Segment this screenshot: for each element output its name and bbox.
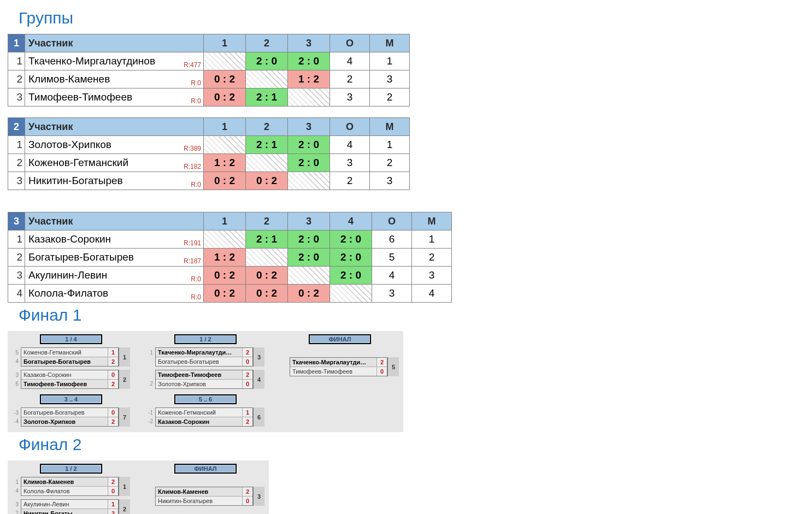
round-label: 1 / 2 (40, 464, 102, 474)
cell-score: 1 : 2 (288, 70, 330, 88)
player-name: Тимофеев-Тимофеев (290, 367, 376, 376)
rating: R:389 (184, 145, 201, 152)
cell-score: 2 : 1 (246, 88, 288, 107)
match: 14Климов-Каменев2Колола-Филатов01 (12, 477, 130, 496)
participant-name: Климов-КаменевR:0 (25, 70, 204, 88)
section-final1-title: Финал 1 (19, 306, 801, 324)
cell-score: 0 : 2 (204, 88, 246, 107)
player-score: 2 (242, 417, 252, 426)
match-number: 4 (253, 370, 264, 389)
player-name: Ткаченко-Миргалаутди… (290, 358, 376, 367)
cell-score: 0 : 2 (246, 267, 288, 285)
player-name: Богатырев-Богатырев (21, 357, 108, 366)
bracket-final2: 1 / 214Климов-Каменев2Колола-Филатов0132… (8, 460, 269, 514)
cell-diag (204, 52, 246, 70)
participant-name: Казаков-СорокинR:191 (25, 231, 204, 249)
table-row: 3Никитин-БогатыревR:00 : 20 : 223 (8, 172, 410, 190)
row-index: 1 (8, 52, 25, 70)
player-name: Казаков-Сорокин (156, 417, 242, 426)
rating: R:182 (184, 163, 201, 170)
match: Климов-Каменев2Никитин-Богатырев03 (146, 487, 264, 506)
cell-diag (288, 267, 330, 285)
seed: -2 (146, 417, 154, 426)
table-row: 2Коженов-ГетманскийR:1821 : 22 : 032 (8, 154, 410, 172)
match: -3-4Богатырев-Богатырев0Золотов-Хрипков2… (12, 407, 130, 427)
col-participant: Участник (25, 34, 204, 52)
table-row: 1Казаков-СорокинR:1912 : 12 : 02 : 061 (8, 231, 452, 249)
match: 2Тимофеев-Тимофеев2Золотов-Хрипков04 (146, 370, 264, 389)
group-number: 3 (8, 212, 25, 231)
group-number: 2 (8, 118, 25, 136)
seed: 1 (146, 348, 154, 357)
seed (146, 497, 154, 505)
match-number: 2 (119, 499, 130, 514)
player-name: Золотов-Хрипков (156, 380, 242, 388)
seed: 2 (12, 509, 20, 515)
place-m: 1 (370, 52, 410, 70)
place-m: 1 (370, 136, 410, 154)
player-name: Богатырев-Богатырев (156, 357, 242, 366)
match: -1-2Коженов-Гетманский1Казаков-Сорокин26 (146, 407, 264, 427)
cell-score: 2 : 1 (246, 231, 288, 249)
points-o: 6 (372, 231, 412, 249)
points-o: 5 (372, 249, 412, 267)
player-name: Климов-Каменев (21, 477, 108, 486)
col-1: 1 (204, 118, 246, 136)
bracket-final1: 1 / 454Коженов-Гетманский1Богатырев-Бога… (8, 331, 403, 432)
round-label: 1 / 4 (40, 334, 102, 344)
seed: -4 (12, 417, 20, 426)
col-3: 3 (288, 34, 330, 52)
cell-score: 1 : 2 (204, 154, 246, 172)
col-1: 1 (204, 34, 246, 52)
match: 32Акулинин-Левин1Никитин-Богаты…22 (12, 499, 130, 514)
player-score: 2 (242, 348, 252, 357)
player-name: Богатырев-Богатырев (21, 408, 108, 417)
player-score: 2 (108, 380, 118, 388)
col-o: О (372, 212, 412, 231)
cell-score: 2 : 1 (246, 136, 288, 154)
seed: 6 (12, 380, 20, 388)
match: 36Казаков-Сорокин0Тимофеев-Тимофеев22 (12, 370, 130, 389)
player-score: 2 (376, 358, 387, 367)
place-m: 2 (412, 249, 452, 267)
participant-name: Колола-ФилатовR:0 (25, 285, 204, 303)
cell-score: 1 : 2 (204, 249, 246, 267)
rating: R:191 (184, 239, 201, 247)
round-label: 1 / 2 (174, 334, 237, 344)
rating: R:0 (191, 79, 201, 87)
participant-name: Золотов-ХрипковR:389 (25, 136, 204, 154)
cell-score: 0 : 2 (204, 267, 246, 285)
round-label: ФИНАЛ (309, 334, 371, 344)
table-row: 1Ткаченко-МиргалаутдиновR:4772 : 02 : 04… (8, 52, 410, 70)
rating: R:0 (191, 181, 201, 188)
place-m: 4 (412, 285, 452, 303)
match-number: 3 (253, 347, 264, 367)
seed (281, 367, 289, 376)
cell-score: 0 : 2 (204, 172, 246, 190)
match-number: 7 (119, 407, 130, 427)
round-label: ФИНАЛ (174, 464, 237, 474)
player-name: Коженов-Гетманский (21, 348, 108, 357)
points-o: 4 (372, 267, 412, 285)
seed: 4 (12, 357, 20, 366)
player-name: Коженов-Гетманский (156, 408, 242, 417)
round-label: 3 .. 4 (40, 394, 102, 404)
player-score: 2 (242, 487, 252, 496)
player-score: 0 (242, 497, 252, 505)
player-name: Казаков-Сорокин (21, 370, 108, 379)
col-3: 3 (288, 118, 330, 136)
col-1: 1 (204, 212, 246, 231)
cell-score: 0 : 2 (246, 285, 288, 303)
table-row: 2Климов-КаменевR:00 : 21 : 223 (8, 70, 410, 88)
player-name: Ткаченко-Миргалаутди… (156, 348, 242, 357)
col-o: О (330, 34, 370, 52)
place-m: 1 (412, 231, 452, 249)
col-participant: Участник (25, 118, 204, 136)
player-score: 0 (242, 380, 252, 388)
player-name: Акулинин-Левин (21, 500, 108, 509)
row-index: 2 (8, 154, 25, 172)
row-index: 1 (8, 231, 25, 249)
points-o: 4 (330, 52, 370, 70)
group-table-1: 1Участник123ОМ1Ткаченко-МиргалаутдиновR:… (8, 34, 410, 107)
cell-score: 2 : 0 (288, 231, 330, 249)
